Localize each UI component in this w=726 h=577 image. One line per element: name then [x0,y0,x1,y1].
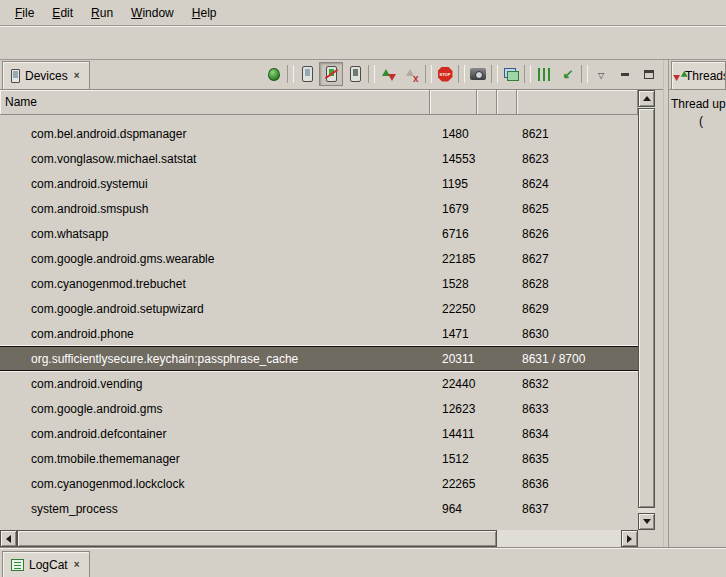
process-pid-cell: 22185 [430,252,477,266]
process-port-cell: 8631 / 8700 [517,352,638,366]
dump-method-profiling-icon[interactable] [556,62,580,86]
threads-message-line1: Thread up [671,96,724,113]
process-row[interactable]: com.android.phone14718630 [0,321,638,346]
stop-threads-icon [405,67,420,82]
threads-message-line2: ( [671,113,724,130]
horizontal-scrollbar[interactable] [0,530,638,547]
process-row[interactable]: com.cyanogenmod.lockclock222658636 [0,471,638,496]
process-name-cell: com.android.smspush [0,202,430,216]
screen-capture-icon[interactable] [466,62,490,86]
process-port-cell: 8630 [517,327,638,341]
screen-capture-icon [470,68,486,80]
process-pid-cell: 14553 [430,152,477,166]
horizontal-scroll-thumb[interactable] [17,530,497,547]
tab-logcat[interactable]: LogCat × [2,551,90,577]
column-header-name[interactable]: Name [0,90,430,115]
process-row[interactable]: com.google.android.setupwizard222508629 [0,296,638,321]
process-row[interactable]: com.android.vending224408632 [0,371,638,396]
process-name-cell: com.cyanogenmod.lockclock [0,477,430,491]
tab-logcat-close-icon[interactable]: × [73,559,81,570]
column-header-4[interactable] [497,90,517,115]
view-menu-icon[interactable] [589,62,613,86]
scroll-up-button[interactable] [638,90,655,107]
cause-gc-icon[interactable] [343,62,367,86]
process-port-cell: 8621 [517,127,638,141]
vertical-scroll-thumb[interactable] [638,108,655,508]
tab-threads-label: Threads [685,69,726,83]
process-name-cell: com.bel.android.dspmanager [0,127,430,141]
process-name-cell: com.google.android.gms [0,402,430,416]
process-row[interactable]: com.whatsapp67168626 [0,221,638,246]
menu-help[interactable]: Help [183,2,226,24]
scroll-down-button[interactable] [638,513,655,530]
process-name-cell: com.vonglasow.michael.satstat [0,152,430,166]
column-header-port[interactable] [517,90,638,115]
process-row[interactable]: org.sufficientlysecure.keychain:passphra… [0,346,638,371]
process-row[interactable]: com.vonglasow.michael.satstat145538623 [0,146,638,171]
minimize-icon [621,73,629,76]
process-row[interactable]: system_process9648637 [0,496,638,521]
debug-process-icon[interactable] [262,62,286,86]
update-heap-icon[interactable] [295,62,319,86]
process-port-cell: 8623 [517,152,638,166]
menu-run[interactable]: Run [82,2,122,24]
start-method-profiling-icon[interactable] [532,62,556,86]
process-row[interactable]: com.tmobile.thememanager15128635 [0,446,638,471]
update-threads-icon[interactable] [376,62,400,86]
down-arrow-icon [643,519,651,524]
threads-message: Thread up ( [669,90,726,136]
tab-devices-close-icon[interactable]: × [73,70,81,81]
menu-file[interactable]: File [6,2,43,24]
tab-logcat-label: LogCat [29,558,68,572]
process-row[interactable]: com.cyanogenmod.trebuchet15288628 [0,271,638,296]
column-header-pid[interactable] [430,90,477,115]
process-name-cell: com.tmobile.thememanager [0,452,430,466]
hierarchy-view-icon[interactable] [499,62,523,86]
process-port-cell: 8636 [517,477,638,491]
stop-process-icon [438,67,453,82]
process-port-cell: 8628 [517,277,638,291]
tab-devices-label: Devices [25,69,68,83]
process-row[interactable]: com.android.defcontainer144118634 [0,421,638,446]
stop-threads-icon[interactable] [400,62,424,86]
process-pid-cell: 1512 [430,452,477,466]
dump-hprof-icon[interactable] [319,62,343,86]
tab-threads[interactable]: Threads × [671,61,726,89]
column-header-3[interactable] [477,90,497,115]
process-row[interactable]: com.android.smspush16798625 [0,196,638,221]
process-row[interactable]: com.bel.android.dspmanager14808621 [0,121,638,146]
update-heap-icon [302,66,313,82]
cause-gc-icon [350,66,361,82]
minimize-icon[interactable] [613,62,637,86]
maximize-icon[interactable] [637,62,661,86]
up-arrow-icon [643,96,651,101]
process-port-cell: 8633 [517,402,638,416]
toolbar-separator [425,65,432,83]
start-method-profiling-icon [538,68,551,81]
process-name-cell: com.google.android.gms.wearable [0,252,430,266]
process-row[interactable]: com.google.android.gms.wearable221858627 [0,246,638,271]
process-pid-cell: 6716 [430,227,477,241]
process-port-cell: 8625 [517,202,638,216]
devices-panel: Devices × Name com.bel.android.dspmanage… [0,60,663,547]
process-port-cell: 8624 [517,177,638,191]
process-row[interactable]: com.google.android.gms126238633 [0,396,638,421]
threads-tabbar: Threads × [669,60,726,90]
process-port-cell: 8632 [517,377,638,391]
process-pid-cell: 1480 [430,127,477,141]
tab-devices[interactable]: Devices × [2,61,90,89]
scroll-right-button[interactable] [621,530,638,547]
stop-process-icon[interactable] [433,62,457,86]
dump-hprof-icon [326,66,337,82]
process-name-cell: com.android.defcontainer [0,427,430,441]
vertical-scrollbar[interactable] [638,90,655,530]
scroll-left-button[interactable] [0,530,17,547]
process-port-cell: 8629 [517,302,638,316]
main-toolbar [0,26,726,60]
menu-window[interactable]: Window [122,2,183,24]
process-name-cell: com.android.phone [0,327,430,341]
maximize-icon [644,70,654,79]
menu-edit[interactable]: Edit [43,2,82,24]
process-row[interactable]: com.android.systemui11958624 [0,171,638,196]
bottom-tabbar: LogCat × [0,547,726,577]
